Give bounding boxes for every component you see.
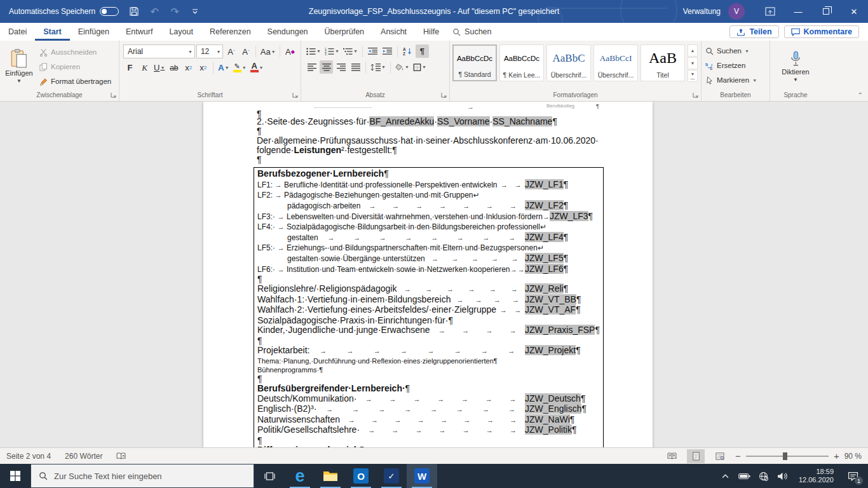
account-name[interactable]: Verwaltung (683, 7, 721, 16)
zoom-out-button[interactable]: − (735, 451, 741, 461)
change-case-button[interactable]: Aa▼ (259, 45, 276, 58)
numbered-list-button[interactable]: 1.2.3.▼ (323, 44, 341, 58)
document-page[interactable]: → Berufskolleg ¶ ¶2.·Seite·des·Zeugnisse… (203, 102, 653, 447)
zoom-in-button[interactable]: + (834, 451, 839, 461)
font-family-combo[interactable]: Arial▼ (123, 44, 195, 58)
show-formatting-marks-toggle[interactable]: ¶ (416, 44, 429, 58)
taskbar-app-outlook[interactable]: O (346, 464, 376, 488)
bullet-list-button[interactable]: ▼ (305, 44, 322, 58)
word-count[interactable]: 260 Wörter (65, 452, 102, 461)
styles-scroll-down-icon[interactable]: ▼ (688, 57, 698, 69)
borders-button[interactable]: ▼ (412, 60, 428, 74)
ribbon-tab-ansicht[interactable]: Ansicht (372, 23, 415, 41)
ribbon-tab-datei[interactable]: Datei (0, 23, 35, 41)
taskbar-app-planner[interactable]: ✓ (376, 464, 407, 488)
ribbon-tab-entwurf[interactable]: Entwurf (118, 23, 161, 41)
comments-button[interactable]: Kommentare (784, 25, 859, 38)
strikethrough-button[interactable]: ab (167, 61, 180, 74)
start-button[interactable] (0, 464, 31, 488)
subscript-button[interactable]: x2 (182, 61, 195, 74)
battery-icon[interactable] (736, 464, 753, 488)
clipboard-dialog-launcher[interactable] (111, 92, 117, 98)
page-indicator[interactable]: Seite 2 von 4 (6, 452, 51, 461)
style-card-3[interactable]: AaBbCcIÜberschrif... (593, 44, 638, 81)
ribbon-tab-hilfe[interactable]: Hilfe (415, 23, 447, 41)
copy-button[interactable]: Kopieren (37, 60, 114, 73)
proofing-status-icon[interactable] (116, 452, 126, 460)
underline-button[interactable]: U▼ (153, 61, 166, 74)
grow-font-button[interactable]: Aˆ (224, 45, 238, 58)
ribbon-tab-layout[interactable]: Layout (161, 23, 201, 41)
redo-icon[interactable]: ↷ (168, 5, 181, 18)
collapse-ribbon-icon[interactable]: ⌃ (858, 92, 863, 98)
bold-button[interactable]: F (123, 61, 137, 74)
styles-gallery-expand-icon[interactable]: ▼— (688, 70, 698, 82)
decrease-indent-button[interactable] (366, 44, 379, 58)
customize-quick-access-icon[interactable] (189, 5, 201, 18)
ribbon-display-options-icon[interactable] (756, 0, 784, 23)
ribbon-tab-referenzen[interactable]: Referenzen (201, 23, 259, 41)
taskbar-search[interactable]: Zur Suche Text hier eingeben (31, 464, 254, 488)
ribbon-tab-start[interactable]: Start (35, 23, 69, 41)
superscript-button[interactable]: x2 (196, 61, 210, 74)
ribbon-tab-überprüfen[interactable]: Überprüfen (316, 23, 373, 41)
volume-icon[interactable] (775, 464, 791, 488)
restore-button[interactable] (812, 0, 840, 23)
task-view-button[interactable] (254, 464, 285, 488)
tell-me-search[interactable]: Suchen (452, 27, 491, 36)
shading-button[interactable]: ▼ (394, 60, 410, 74)
style-card-2[interactable]: AaBbCÜberschrif... (546, 44, 591, 81)
dictate-dropdown-caret[interactable]: ▼ (793, 77, 798, 83)
font-color-button[interactable]: A▼ (249, 61, 265, 74)
share-button[interactable]: Teilen (729, 25, 778, 38)
ribbon-tab-sendungen[interactable]: Sendungen (259, 23, 316, 41)
sort-button[interactable]: AZ (401, 44, 414, 58)
italic-button[interactable]: K (138, 61, 151, 74)
taskbar-app-word[interactable]: W (407, 464, 437, 488)
line-spacing-button[interactable]: ▼ (369, 60, 387, 74)
minimize-button[interactable]: — (784, 0, 812, 23)
justify-button[interactable] (349, 60, 362, 74)
align-center-button[interactable] (320, 60, 333, 74)
replace-button[interactable]: bc Ersetzen (703, 59, 768, 72)
undo-icon[interactable]: ↶ (148, 5, 161, 18)
zoom-level[interactable]: 90 % (844, 452, 862, 461)
paragraph-dialog-launcher[interactable] (441, 92, 447, 98)
autosave-toggle[interactable] (100, 7, 119, 16)
increase-indent-button[interactable] (381, 44, 394, 58)
format-painter-button[interactable]: Format übertragen (37, 75, 114, 88)
shrink-font-button[interactable]: Aˇ (239, 45, 252, 58)
dictate-button[interactable]: Diktieren ▼ (778, 43, 813, 90)
highlight-button[interactable]: ✎▼ (232, 61, 248, 74)
clock[interactable]: 18:59 12.06.2020 (794, 468, 839, 484)
styles-scroll-up-icon[interactable]: ▲ (688, 44, 698, 57)
paste-button[interactable]: Einfügen ▼ (1, 43, 37, 90)
text-effects-button[interactable]: A▼ (217, 61, 230, 74)
zoom-slider-thumb[interactable] (783, 452, 787, 460)
align-left-button[interactable] (305, 60, 318, 74)
style-card-4[interactable]: AaBTitel (641, 44, 685, 81)
avatar[interactable]: V (728, 3, 745, 20)
select-button[interactable]: Markieren▼ (703, 74, 768, 86)
close-button[interactable]: ✕ (840, 0, 868, 23)
styles-dialog-launcher[interactable] (693, 92, 699, 98)
web-layout-button[interactable] (711, 449, 729, 463)
cut-button[interactable]: Ausschneiden (37, 46, 114, 58)
multilevel-list-button[interactable]: ▼ (342, 44, 359, 58)
tray-chevron-icon[interactable] (717, 464, 734, 488)
ribbon-tab-einfügen[interactable]: Einfügen (70, 23, 118, 41)
taskbar-app-explorer[interactable] (315, 464, 346, 488)
font-size-combo[interactable]: 12▼ (196, 44, 223, 58)
read-mode-button[interactable] (663, 449, 681, 463)
network-icon[interactable] (756, 464, 772, 488)
print-layout-button[interactable] (687, 449, 705, 463)
style-card-0[interactable]: AaBbCcDc¶ Standard (452, 44, 497, 81)
save-icon[interactable] (128, 5, 140, 18)
action-center-button[interactable]: 1 (841, 464, 864, 488)
align-right-button[interactable] (334, 60, 348, 74)
clear-formatting-button[interactable]: A◆ (283, 45, 297, 58)
paste-dropdown-caret[interactable]: ▼ (17, 78, 22, 84)
style-card-1[interactable]: AaBbCcDc¶ Kein Lee... (499, 44, 544, 81)
find-button[interactable]: Suchen▼ (703, 44, 768, 57)
zoom-slider[interactable] (746, 456, 829, 457)
